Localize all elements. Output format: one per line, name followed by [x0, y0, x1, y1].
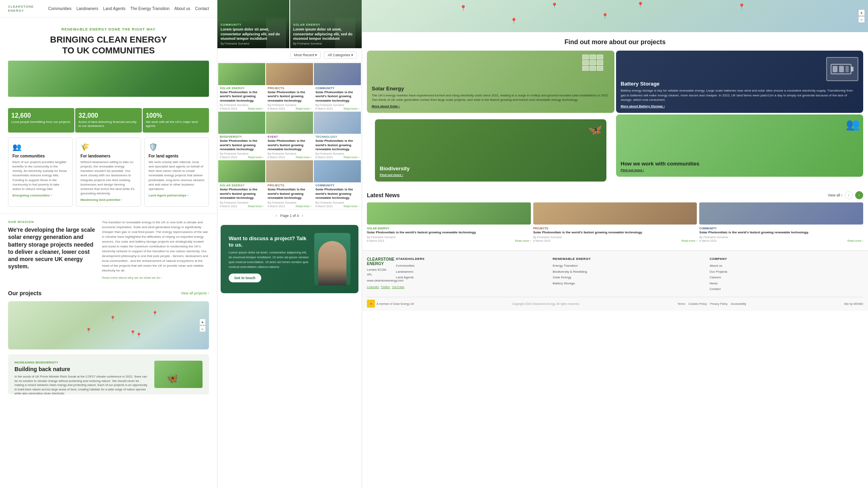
zoom-in-button[interactable]: +: [199, 319, 206, 325]
news-card-author-1: By Firstname Surname: [533, 236, 697, 239]
feature-communities-link[interactable]: Energising communities ›: [12, 194, 68, 197]
footer-link-land-agents[interactable]: Land Agents: [396, 275, 549, 280]
project-card-solar[interactable]: Solar Energy The UK's energy markets hav…: [367, 51, 614, 113]
article-read-1[interactable]: Read more ›: [296, 107, 311, 110]
news-next-button[interactable]: ›: [855, 191, 863, 199]
news-card-1[interactable]: PROJECTS Solar Photovoltaic is the world…: [533, 202, 697, 242]
footer-accessibility[interactable]: Accessibility: [731, 302, 746, 305]
article-card-4[interactable]: EVENT Solar Photovoltaic is the world's …: [266, 112, 313, 159]
article-card-2[interactable]: COMMUNITY Solar Photovoltaic is the worl…: [314, 63, 361, 111]
feature-land-agents-link[interactable]: Land Agent partnerships ›: [149, 194, 205, 197]
zoom-out-button[interactable]: −: [199, 326, 206, 332]
footer-terms[interactable]: Terms: [678, 302, 685, 305]
biodiversity-card-link[interactable]: Find out more ›: [380, 173, 602, 177]
filter-bar: Most Recent ▾ All Categories ▾: [217, 48, 362, 62]
article-read-8[interactable]: Read more ›: [344, 205, 359, 208]
footer-twitter[interactable]: Twitter: [381, 285, 390, 289]
article-read-5[interactable]: Read more ›: [344, 156, 359, 159]
featured-article-1[interactable]: COMMUNITY Lorem ipsum dolor sit amet, co…: [217, 0, 289, 48]
footer-link-about[interactable]: About us: [710, 263, 863, 269]
right-map[interactable]: 📍 📍 📍 📍 📍 📍 + −: [362, 0, 868, 32]
feature-land-agents-text: We work closely with national, local and…: [149, 160, 205, 191]
footer-link-communities[interactable]: Communities: [396, 263, 549, 269]
news-prev-button[interactable]: ‹: [845, 191, 853, 199]
article-title-7: Solar Photovoltaic is the world's fastes…: [266, 188, 313, 200]
feature-land-agents: 🛡️ For land agents We work closely with …: [144, 137, 209, 207]
footer-link-energy-transition[interactable]: Energy Transition: [553, 263, 706, 269]
project-card-battery[interactable]: Battery Storage Battery energy storage i…: [616, 51, 864, 113]
pagination-prev[interactable]: ‹: [276, 214, 277, 218]
community-people-icon: 👥: [846, 118, 860, 131]
article-read-7[interactable]: Read more ›: [296, 205, 311, 208]
news-card-2[interactable]: COMMUNITY Solar Photovoltaic is the worl…: [699, 202, 863, 242]
solar-card-link[interactable]: More about Solar ›: [372, 104, 610, 108]
category-filter[interactable]: All Categories ▾: [324, 51, 357, 59]
nav-links: Communities Landowners Land Agents The E…: [48, 6, 209, 11]
nav-contact[interactable]: Contact: [195, 6, 209, 11]
nav-about[interactable]: About us: [174, 6, 190, 11]
nav-communities[interactable]: Communities: [48, 6, 72, 11]
pagination-next[interactable]: ›: [302, 214, 303, 218]
bio-body: In the words of UK Prime Minister Rishi …: [14, 375, 148, 394]
article-read-3[interactable]: Read more ›: [248, 156, 264, 159]
article-card-5[interactable]: TECHNOLOGY Solar Photovoltaic is the wor…: [314, 112, 361, 159]
nav-energy-transition[interactable]: The Energy Transition: [130, 6, 170, 11]
footer-link-biodiversity[interactable]: Biodiversity & Rewilding: [553, 269, 706, 275]
projects-map[interactable]: 📍 📍 📍 📍 📍 + −: [8, 301, 209, 349]
article-card-8[interactable]: COMMUNITY Solar Photovoltaic is the worl…: [314, 160, 361, 208]
cta-button[interactable]: Get in touch: [229, 274, 261, 282]
footer-link-landowners[interactable]: Landowners: [396, 269, 549, 275]
nav-land-agents[interactable]: Land Agents: [103, 6, 126, 11]
biodiversity-butterfly-icon: 🦋: [588, 123, 602, 137]
nav-landowners[interactable]: Landowners: [76, 6, 98, 11]
news-card-0[interactable]: SOLAR ENERGY Solar Photovoltaic is the w…: [367, 202, 531, 242]
footer-cookies[interactable]: Cookies Policy: [688, 302, 707, 305]
footer-link-projects[interactable]: Our Projects: [710, 269, 863, 275]
feature-land-agents-title: For land agents: [149, 154, 205, 158]
news-card-read-0[interactable]: Read more ›: [515, 239, 531, 242]
footer-link-news[interactable]: News: [710, 281, 863, 286]
solar-badge-logo: ☀: [367, 300, 375, 308]
cta-person-image: [314, 233, 350, 285]
hero-title: BRINGING CLEAN ENERGY TO UK COMMUNITIES: [8, 35, 209, 56]
cta-banner: Want to discuss a project? Talk to us. L…: [221, 225, 358, 293]
right-zoom-in[interactable]: +: [858, 10, 865, 16]
projects-view-all[interactable]: View all projects ›: [181, 291, 209, 295]
news-card-read-2[interactable]: Read more ›: [848, 239, 863, 242]
footer-link-solar[interactable]: Solar Energy: [553, 275, 706, 280]
battery-card-link[interactable]: More about Battery Storage ›: [621, 104, 859, 108]
sort-filter[interactable]: Most Recent ▾: [290, 51, 321, 59]
article-card-1[interactable]: PROJECTS Solar Photovoltaic is the world…: [266, 63, 313, 111]
footer-link-contact[interactable]: Contact: [710, 286, 863, 292]
footer-privacy[interactable]: Privacy Policy: [710, 302, 728, 305]
project-card-biodiversity[interactable]: 🦋 Biodiversity Find out more ›: [375, 119, 606, 182]
news-card-read-1[interactable]: Read more ›: [681, 239, 697, 242]
news-title: Latest News: [367, 192, 400, 198]
article-card-0[interactable]: SOLAR ENERGY Solar Photovoltaic is the w…: [218, 63, 265, 111]
article-read-4[interactable]: Read more ›: [296, 156, 311, 159]
community-card-link[interactable]: Find out more ›: [621, 168, 859, 172]
project-cards-grid: Solar Energy The UK's energy markets hav…: [362, 51, 868, 186]
projects-title: Our projects: [8, 290, 41, 296]
article-read-0[interactable]: Read more ›: [248, 107, 264, 110]
article-card-3[interactable]: BIODIVERSITY Solar Photovoltaic is the w…: [218, 112, 265, 159]
article-read-2[interactable]: Read more ›: [344, 107, 359, 110]
feature-landowners-link[interactable]: Maximising land potential ›: [80, 198, 136, 202]
landowners-icon: 🌾: [80, 143, 136, 151]
news-view-all[interactable]: View all ›: [828, 193, 842, 197]
mission-link[interactable]: Read more about why we do what we do ›: [102, 276, 209, 280]
logo[interactable]: CLEARSTONE ENERGY: [8, 5, 34, 12]
right-zoom-out[interactable]: −: [858, 16, 865, 23]
featured-tag-2: SOLAR ENERGY: [293, 23, 359, 26]
footer-bottom: ☀ A member of Solar Energy UK Copyright …: [367, 297, 863, 308]
article-card-6[interactable]: SOLAR ENERGY Solar Photovoltaic is the w…: [218, 160, 265, 208]
article-card-7[interactable]: PROJECTS Solar Photovoltaic is the world…: [266, 160, 313, 208]
footer-link-careers[interactable]: Careers: [710, 275, 863, 280]
footer-linkedin[interactable]: LinkedIn: [367, 285, 379, 289]
project-card-community[interactable]: 👥 How we work with communities Find out …: [616, 114, 864, 177]
footer-link-battery[interactable]: Battery Storage: [553, 281, 706, 286]
featured-article-2[interactable]: SOLAR ENERGY Lorem ipsum dolor sit amet,…: [290, 0, 362, 48]
footer-website[interactable]: www.clearstoneenergy.com: [367, 278, 391, 283]
community-card-title: How we work with communities: [621, 161, 859, 167]
article-read-6[interactable]: Read more ›: [248, 205, 264, 208]
